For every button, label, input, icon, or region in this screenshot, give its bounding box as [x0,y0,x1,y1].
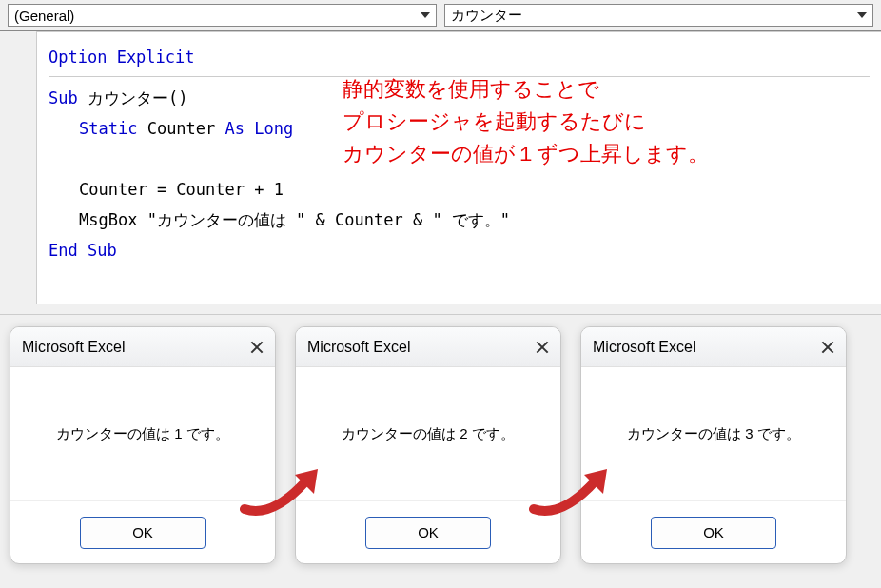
msgbox-dialog: Microsoft Excel カウンターの値は 3 です。 OK [580,326,847,564]
procedure-dropdown-label: カウンター [451,7,522,25]
close-icon[interactable] [248,339,265,356]
dialog-body: カウンターの値は 1 です。 [10,367,275,500]
chevron-down-icon [857,12,867,18]
code-token: カウンター() [78,88,188,108]
code-token: Sub [49,88,78,108]
dialog-message: カウンターの値は 3 です。 [627,425,800,443]
dialog-titlebar: Microsoft Excel [10,327,275,367]
chevron-down-icon [421,12,430,18]
annotation-line: プロシージャを起動するたびに [343,106,709,138]
procedure-dropdown[interactable]: カウンター [444,4,873,27]
code-token: As Long [225,119,294,138]
object-dropdown-label: (General) [14,8,74,24]
dialog-body: カウンターの値は 2 です。 [296,367,560,500]
dropdown-bar: (General) カウンター [0,0,881,31]
dialog-footer: OK [296,500,560,563]
dialog-message: カウンターの値は 1 です。 [56,425,229,443]
code-line: Option Explicit [49,48,195,67]
msgbox-dialog: Microsoft Excel カウンターの値は 2 です。 OK [295,326,561,564]
annotation-line: カウンターの値が１ずつ上昇します。 [343,138,709,170]
dialog-titlebar: Microsoft Excel [296,327,560,367]
msgbox-dialog: Microsoft Excel カウンターの値は 1 です。 OK [10,326,276,564]
code-line: MsgBox "カウンターの値は " & Counter & " です。" [79,210,510,229]
ok-button[interactable]: OK [80,517,206,549]
dialogs-area: Microsoft Excel カウンターの値は 1 です。 OK Micros… [0,314,881,588]
object-dropdown[interactable]: (General) [8,4,437,27]
code-token: Counter [137,119,225,138]
dialog-message: カウンターの値は 2 です。 [342,425,515,443]
ok-button[interactable]: OK [651,517,776,549]
dialog-title-text: Microsoft Excel [22,339,125,356]
close-icon[interactable] [534,339,551,356]
code-line: Counter = Counter + 1 [79,180,284,199]
annotation-text: 静的変数を使用することで プロシージャを起動するたびに カウンターの値が１ずつ上… [343,73,709,170]
dialog-title-text: Microsoft Excel [307,339,410,356]
close-icon[interactable] [819,339,836,356]
code-token: Static [79,119,137,138]
code-line: End Sub [49,241,117,260]
annotation-line: 静的変数を使用することで [343,73,709,106]
ok-button[interactable]: OK [365,517,491,549]
dialog-footer: OK [581,500,846,563]
dialog-footer: OK [10,500,275,563]
dialog-titlebar: Microsoft Excel [581,327,846,367]
dialog-title-text: Microsoft Excel [593,339,695,356]
dialog-body: カウンターの値は 3 です。 [581,367,846,500]
